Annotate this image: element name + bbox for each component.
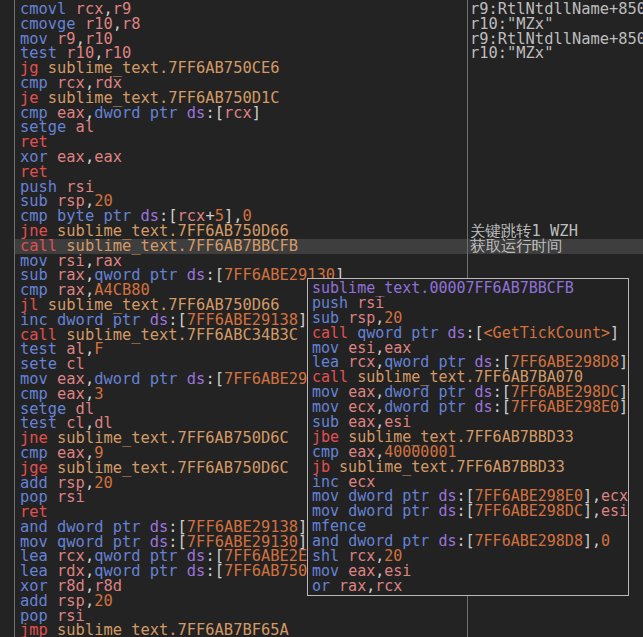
asm-token: :[: [466, 324, 484, 342]
asm-token: ds: [187, 104, 206, 122]
comment[interactable]: r10:"MZx": [470, 46, 553, 61]
asm-token: rcx: [224, 104, 252, 122]
asm-token: ,: [85, 474, 94, 492]
asm-token: ]: [298, 311, 307, 329]
asm-token: F: [94, 340, 103, 358]
asm-line[interactable]: pop rsi: [20, 490, 344, 505]
asm-token: :[: [457, 502, 475, 520]
asm-line[interactable]: jmp sublime_text.7FF6AB7BF65A: [20, 623, 344, 637]
asm-token: ds: [438, 532, 456, 550]
asm-token: :[: [205, 562, 224, 580]
asm-token: or: [312, 577, 339, 595]
asm-token: :[: [493, 398, 511, 416]
asm-token: 0: [601, 532, 610, 550]
asm-token: ],: [583, 502, 601, 520]
asm-token: 7FF6ABE298D8: [475, 532, 583, 550]
asm-token: jmp: [20, 621, 57, 637]
asm-token: 3: [94, 385, 103, 403]
tooltip-asm-line: or rax,rcx: [312, 579, 628, 594]
asm-token: ]: [252, 104, 261, 122]
asm-line[interactable]: xor eax,eax: [20, 150, 344, 165]
asm-column: cmovl rcx,r9cmovge r10,r8mov r9,r10test …: [20, 2, 344, 637]
disassembly-view: cmovl rcx,r9cmovge r10,r8mov r9,r10test …: [0, 0, 643, 637]
asm-token: 20: [94, 592, 113, 610]
asm-token: ds: [187, 266, 206, 284]
asm-token: ds: [187, 562, 206, 580]
asm-token: dword ptr: [94, 370, 187, 388]
asm-token: ,: [85, 592, 94, 610]
asm-token: 7FF6ABE298DC: [475, 502, 583, 520]
asm-token: eax: [57, 148, 85, 166]
asm-token: ds: [475, 398, 493, 416]
comment[interactable]: 获取运行时间: [470, 239, 562, 254]
asm-token: sublime_text.7FF6AB7BF65A: [57, 621, 289, 637]
asm-token: 7FF6ABE291: [224, 370, 317, 388]
asm-token: ,: [366, 577, 375, 595]
asm-token: ,: [85, 340, 94, 358]
asm-token: ds: [187, 370, 206, 388]
asm-token: ],: [583, 532, 601, 550]
asm-token: ]: [619, 398, 628, 416]
asm-token: eax: [94, 148, 122, 166]
asm-token: ds: [438, 502, 456, 520]
asm-token: al: [76, 118, 95, 136]
asm-token: ,: [113, 15, 122, 33]
asm-token: ds: [447, 324, 465, 342]
asm-token: :[: [457, 532, 475, 550]
asm-token: 7FF6ABE298E0: [511, 398, 619, 416]
asm-token: ,: [85, 148, 94, 166]
asm-token: :[: [205, 266, 224, 284]
asm-token: 20: [94, 474, 113, 492]
asm-token: rcx: [375, 577, 402, 595]
asm-token: esi: [601, 502, 628, 520]
asm-token: rsi: [57, 488, 85, 506]
asm-token: :[: [205, 104, 224, 122]
asm-token: 7FF6AB750D: [224, 562, 317, 580]
asm-token: ]: [610, 324, 619, 342]
jump-gutter-separator: [14, 0, 15, 637]
asm-token: r8: [122, 15, 141, 33]
asm-line[interactable]: setge al: [20, 120, 344, 135]
asm-token: :[: [205, 370, 224, 388]
asm-token: dword ptr: [94, 104, 187, 122]
asm-token: ]: [619, 353, 628, 371]
asm-token: rax: [339, 577, 366, 595]
asm-token: <GetTickCount>: [484, 324, 610, 342]
instruction-preview-tooltip: sublime_text.00007FF6AB7BBCFBpush rsisub…: [307, 278, 629, 596]
